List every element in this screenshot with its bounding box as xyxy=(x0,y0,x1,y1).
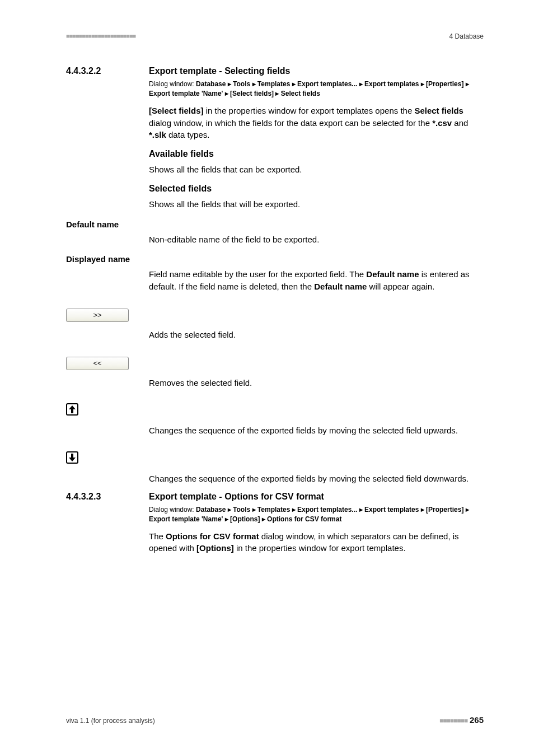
select-fields-btn-ref: [Select fields] xyxy=(149,106,204,115)
csv-options-ref: Options for CSV format xyxy=(166,531,259,541)
csv-ext: *.csv xyxy=(432,118,452,128)
section-heading-2: 4.4.3.2.3 Export template - Options for … xyxy=(66,492,484,502)
dialog-path-text-2: Database ▸ Tools ▸ Templates ▸ Export te… xyxy=(149,506,469,523)
section-number-2: 4.4.3.2.3 xyxy=(66,492,149,502)
arrow-down-icon xyxy=(68,453,76,462)
footer-product: viva 1.1 (for process analysis) xyxy=(66,717,155,725)
dialog-path-text-1: Database ▸ Tools ▸ Templates ▸ Export te… xyxy=(149,80,469,97)
arrow-up-icon xyxy=(68,405,76,414)
csv-text-3: in the properties window for export temp… xyxy=(234,543,406,553)
section-title-2: Export template - Options for CSV format xyxy=(149,492,324,502)
section-heading-1: 4.4.3.2.2 Export template - Selecting fi… xyxy=(66,66,484,76)
default-name-label: Default name xyxy=(66,220,484,229)
dialog-prefix-2: Dialog window: xyxy=(149,506,196,514)
default-name-ref-1: Default name xyxy=(366,269,419,279)
move-down-button[interactable] xyxy=(66,451,78,464)
disp-text-3: will appear again. xyxy=(367,282,434,291)
intro-text-2: dialog window, in which the fields for t… xyxy=(149,118,432,128)
selected-fields-heading: Selected fields xyxy=(149,184,474,194)
intro-text-4: data types. xyxy=(166,130,210,139)
slk-ext: *.slk xyxy=(149,130,166,139)
add-field-button[interactable]: >> xyxy=(66,309,129,322)
section-title-1: Export template - Selecting fields xyxy=(149,66,291,76)
intro-text-1: in the properties window for export temp… xyxy=(204,106,415,115)
dialog-path-1: Dialog window: Database ▸ Tools ▸ Templa… xyxy=(149,80,474,99)
footer-dots: ■■■■■■■■ xyxy=(439,717,467,725)
default-name-desc: Non-editable name of the field to be exp… xyxy=(149,234,474,246)
move-down-desc: Changes the sequence of the exported fie… xyxy=(149,473,474,485)
options-btn-ref: [Options] xyxy=(196,543,234,553)
move-up-button[interactable] xyxy=(66,403,78,416)
page-number: 265 xyxy=(470,715,484,725)
csv-text-1: The xyxy=(149,531,166,541)
remove-field-desc: Removes the selected field. xyxy=(149,377,474,389)
disp-text-1: Field name editable by the user for the … xyxy=(149,269,366,279)
displayed-name-desc: Field name editable by the user for the … xyxy=(149,268,474,293)
select-fields-dialog-ref: Select fields xyxy=(414,106,463,115)
default-name-ref-2: Default name xyxy=(314,282,367,291)
available-fields-heading: Available fields xyxy=(149,149,474,159)
selected-fields-desc: Shows all the fields that will be export… xyxy=(149,198,474,211)
page-footer: viva 1.1 (for process analysis) ■■■■■■■■… xyxy=(66,715,484,725)
csv-options-desc: The Options for CSV format dialog window… xyxy=(149,530,474,555)
dialog-path-2: Dialog window: Database ▸ Tools ▸ Templa… xyxy=(149,505,474,525)
intro-paragraph: [Select fields] in the properties window… xyxy=(149,105,474,141)
intro-text-3: and xyxy=(452,118,468,128)
footer-page: ■■■■■■■■265 xyxy=(439,715,484,725)
section-number-1: 4.4.3.2.2 xyxy=(66,66,149,76)
header-chapter: 4 Database xyxy=(449,32,484,40)
available-fields-desc: Shows all the fields that can be exporte… xyxy=(149,164,474,176)
add-field-desc: Adds the selected field. xyxy=(149,329,474,341)
displayed-name-label: Displayed name xyxy=(66,254,484,264)
move-up-desc: Changes the sequence of the exported fie… xyxy=(149,424,474,437)
dialog-prefix-1: Dialog window: xyxy=(149,80,196,88)
remove-field-button[interactable]: << xyxy=(66,357,129,370)
header-dots: ■■■■■■■■■■■■■■■■■■■■■■ xyxy=(66,32,135,39)
